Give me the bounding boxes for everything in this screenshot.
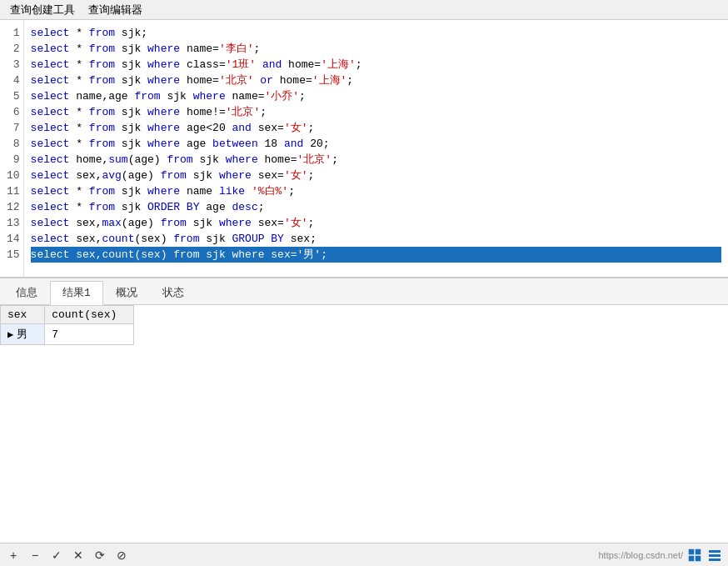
svg-rect-1 [696, 549, 701, 554]
remove-button[interactable]: − [27, 547, 43, 563]
stop-button[interactable]: ⊘ [113, 547, 130, 563]
svg-rect-3 [696, 556, 701, 561]
editor-area[interactable]: 12345 678910 1112131415 select * from sj… [0, 20, 728, 278]
code-line: select * from sjk ORDER BY age desc; [31, 199, 721, 215]
results-table: sex count(sex) ▶男 7 [0, 305, 134, 345]
results-area: 信息 结果1 概况 状态 sex count(sex) ▶男 [0, 278, 728, 543]
svg-rect-0 [689, 549, 694, 554]
code-line: select * from sjk; [31, 25, 721, 41]
toolbar-right: https://blog.csdn.net/ [598, 547, 723, 563]
results-tabs: 信息 结果1 概况 状态 [0, 278, 728, 305]
row-count-value: 7 [45, 324, 134, 345]
url-text: https://blog.csdn.net/ [598, 550, 683, 560]
tab-status[interactable]: 状态 [150, 281, 197, 304]
code-line: select * from sjk where name='李白'; [31, 41, 721, 57]
toolbar-left: + − ✓ ✕ ⟳ ⊘ [5, 547, 130, 563]
code-line: select name,age from sjk where name='小乔'… [31, 88, 721, 104]
cancel-button[interactable]: ✕ [70, 547, 87, 563]
add-button[interactable]: + [5, 547, 22, 563]
tab-result1[interactable]: 结果1 [50, 281, 103, 305]
code-line: select sex,max(age) from sjk where sex='… [31, 215, 721, 231]
code-area[interactable]: select * from sjk; select * from sjk whe… [24, 20, 728, 277]
col-header-count: count(sex) [45, 306, 134, 324]
line-numbers: 12345 678910 1112131415 [0, 20, 24, 277]
form-view-icon[interactable] [706, 547, 723, 563]
grid-view-icon[interactable] [686, 547, 703, 563]
confirm-button[interactable]: ✓ [48, 547, 65, 563]
code-line: select sex,avg(age) from sjk where sex='… [31, 168, 721, 183]
code-line: select * from sjk where home='北京' or hom… [31, 73, 721, 88]
svg-rect-2 [689, 556, 694, 561]
code-line: select * from sjk where age<20 and sex='… [31, 120, 721, 136]
tab-overview[interactable]: 概况 [103, 281, 150, 304]
refresh-button[interactable]: ⟳ [92, 547, 108, 563]
menu-item-query-editor[interactable]: 查询编辑器 [82, 1, 149, 19]
main-container: 12345 678910 1112131415 select * from sj… [0, 20, 728, 566]
code-line-selected: select sex,count(sex) from sjk where sex… [31, 247, 721, 263]
tab-info[interactable]: 信息 [3, 281, 50, 304]
svg-rect-4 [709, 550, 721, 553]
menu-item-query-builder[interactable]: 查询创建工具 [3, 1, 82, 19]
row-sex-value: ▶男 [1, 324, 45, 345]
row-indicator: ▶ [7, 329, 17, 341]
code-line: select * from sjk where class='1班' and h… [31, 57, 721, 73]
menu-bar: 查询创建工具 查询编辑器 [0, 0, 728, 20]
code-line: select * from sjk where age between 18 a… [31, 136, 721, 152]
code-line: select * from sjk where name like '%白%'; [31, 183, 721, 199]
code-line: select home,sum(age) from sjk where home… [31, 152, 721, 168]
bottom-toolbar: + − ✓ ✕ ⟳ ⊘ https://blog.csdn.net/ [0, 543, 728, 566]
svg-rect-6 [709, 558, 721, 561]
results-content: sex count(sex) ▶男 7 [0, 305, 728, 543]
col-header-sex: sex [1, 306, 45, 324]
svg-rect-5 [709, 554, 721, 557]
code-line: select * from sjk where home!='北京'; [31, 104, 721, 120]
code-line: select sex,count(sex) from sjk GROUP BY … [31, 231, 721, 247]
table-row: ▶男 7 [1, 324, 134, 345]
